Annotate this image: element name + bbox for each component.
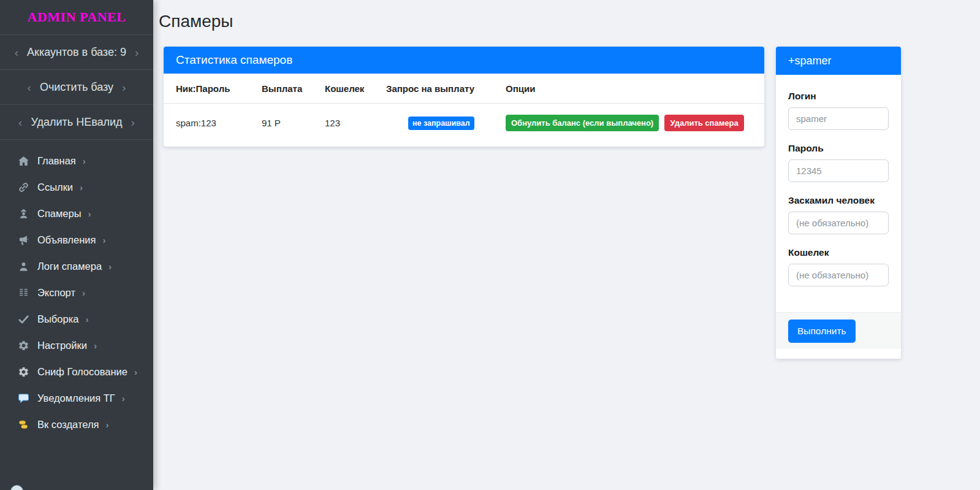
scammed-people-label: Заскамил человек bbox=[788, 195, 889, 206]
speech-bubble-icon bbox=[17, 392, 29, 405]
add-spamer-card-header: +spamer bbox=[776, 47, 901, 75]
password-input[interactable] bbox=[788, 159, 889, 182]
user-icon bbox=[17, 261, 29, 273]
sidebar-item-vk-creator[interactable]: Вк создателя › bbox=[0, 412, 153, 438]
chevron-right-icon: › bbox=[94, 340, 97, 351]
sidebar-item-label: Объявления bbox=[37, 234, 96, 246]
cell-options: Обнулить баланс (если выплачено) Удалить… bbox=[493, 104, 764, 142]
app-title: ADMIN PANEL bbox=[0, 0, 153, 35]
sidebar-item-spammers[interactable]: Спамеры › bbox=[0, 201, 153, 227]
sidebar-action-label: Аккаунтов в базе: 9 bbox=[27, 46, 126, 59]
cell-wallet: 123 bbox=[313, 104, 374, 142]
chevron-right-icon: › bbox=[105, 419, 108, 430]
reset-balance-button[interactable]: Обнулить баланс (если выплачено) bbox=[506, 115, 659, 131]
sidebar-action-delete-invalid[interactable]: ‹ Удалить НЕвалид › bbox=[0, 105, 153, 140]
sidebar-action-label: Удалить НЕвалид bbox=[31, 116, 122, 129]
sidebar-item-announcements[interactable]: Объявления › bbox=[0, 227, 153, 253]
chevron-right-icon: › bbox=[82, 288, 85, 298]
login-label: Логин bbox=[788, 91, 889, 102]
delete-spammer-button[interactable]: Удалить спамера bbox=[664, 115, 743, 131]
wallet-input[interactable] bbox=[788, 264, 889, 286]
link-icon bbox=[17, 182, 29, 194]
gear-emoji-icon bbox=[17, 366, 29, 378]
sidebar: ADMIN PANEL ‹ Аккаунтов в базе: 9 › ‹ Оч… bbox=[0, 0, 153, 490]
sidebar-item-label: Логи спамера bbox=[37, 261, 102, 272]
corner-widget-circle[interactable] bbox=[10, 485, 23, 490]
chevron-right-icon: › bbox=[134, 367, 137, 377]
column-header-payout-request: Запрос на выплату bbox=[374, 74, 493, 104]
status-badge: не запрашивал bbox=[408, 117, 474, 130]
spammers-table: Ник:Пароль Выплата Кошелек Запрос на вып… bbox=[164, 74, 764, 142]
sidebar-action-label: Очистить базу bbox=[40, 81, 113, 94]
sidebar-action-accounts-count[interactable]: ‹ Аккаунтов в базе: 9 › bbox=[0, 35, 153, 70]
spammer-stats-card: Статистика спамеров Ник:Пароль Выплата К… bbox=[164, 47, 764, 147]
column-header-nick-password: Ник:Пароль bbox=[164, 74, 249, 104]
chevron-right-icon: › bbox=[108, 261, 112, 272]
sidebar-item-sniff-voting[interactable]: Сниф Голосование › bbox=[0, 359, 153, 385]
sidebar-item-label: Экспорт bbox=[37, 287, 75, 299]
sidebar-item-label: Выборка bbox=[37, 313, 78, 325]
chevron-right-icon: › bbox=[85, 314, 88, 324]
chevron-right-icon: › bbox=[88, 209, 91, 219]
submit-button[interactable]: Выполнить bbox=[788, 320, 856, 343]
sidebar-item-label: Спамеры bbox=[37, 208, 82, 220]
cell-nick-password: spam:123 bbox=[164, 104, 249, 142]
home-icon bbox=[17, 155, 29, 167]
hard-hat-user-icon bbox=[17, 208, 29, 220]
sidebar-menu: Главная › Ссылки › Спамеры › Объявления … bbox=[0, 140, 153, 438]
bullhorn-icon bbox=[17, 234, 29, 247]
sidebar-item-links[interactable]: Ссылки › bbox=[0, 174, 153, 201]
chevron-right-icon: › bbox=[135, 47, 139, 58]
password-label: Пароль bbox=[788, 143, 889, 154]
sidebar-item-settings[interactable]: Настройки › bbox=[0, 332, 153, 359]
coins-icon bbox=[17, 419, 29, 431]
sidebar-item-selection[interactable]: Выборка › bbox=[0, 306, 153, 332]
sidebar-item-tg-notifications[interactable]: Уведомления ТГ › bbox=[0, 385, 153, 412]
chevron-left-icon: ‹ bbox=[28, 82, 31, 93]
chevron-right-icon: › bbox=[122, 82, 126, 93]
chevron-right-icon: › bbox=[80, 182, 83, 193]
gear-icon bbox=[17, 340, 29, 352]
chevron-right-icon: › bbox=[83, 156, 86, 166]
sidebar-action-clear-database[interactable]: ‹ Очистить базу › bbox=[0, 70, 153, 105]
cell-payout-request: не запрашивал bbox=[374, 104, 493, 142]
add-spamer-card-footer: Выполнить bbox=[776, 312, 901, 349]
cell-payout: 91 Р bbox=[249, 104, 313, 142]
sidebar-item-label: Главная bbox=[37, 155, 76, 167]
chevron-left-icon: ‹ bbox=[15, 47, 18, 58]
sidebar-item-label: Уведомления ТГ bbox=[37, 392, 115, 404]
chevron-right-icon: › bbox=[102, 235, 105, 245]
check-icon bbox=[17, 313, 29, 326]
scammed-people-input[interactable] bbox=[788, 212, 889, 234]
chevron-right-icon: › bbox=[122, 393, 125, 404]
sidebar-item-main[interactable]: Главная › bbox=[0, 148, 153, 174]
stats-card-header: Статистика спамеров bbox=[164, 47, 764, 74]
sidebar-item-spammer-logs[interactable]: Логи спамера › bbox=[0, 253, 153, 280]
sidebar-item-label: Ссылки bbox=[37, 182, 73, 193]
chevron-left-icon: ‹ bbox=[18, 117, 22, 128]
list-columns-icon bbox=[17, 287, 29, 299]
table-row: spam:123 91 Р 123 не запрашивал Обнулить… bbox=[164, 104, 764, 142]
sidebar-item-label: Сниф Голосование bbox=[37, 366, 127, 378]
main-content: Спамеры Статистика спамеров Ник:Пароль В… bbox=[153, 12, 980, 359]
sidebar-item-label: Вк создателя bbox=[37, 419, 99, 431]
add-spamer-card: +spamer Логин Пароль Заскамил человек Ко… bbox=[776, 47, 901, 359]
column-header-payout: Выплата bbox=[249, 74, 313, 104]
chevron-right-icon: › bbox=[131, 117, 135, 128]
column-header-wallet: Кошелек bbox=[313, 74, 374, 104]
page-title: Спамеры bbox=[159, 12, 980, 31]
login-input[interactable] bbox=[788, 107, 889, 130]
sidebar-item-label: Настройки bbox=[37, 340, 87, 351]
column-header-options: Опции bbox=[493, 74, 764, 104]
wallet-label: Кошелек bbox=[788, 247, 889, 258]
sidebar-item-export[interactable]: Экспорт › bbox=[0, 280, 153, 306]
